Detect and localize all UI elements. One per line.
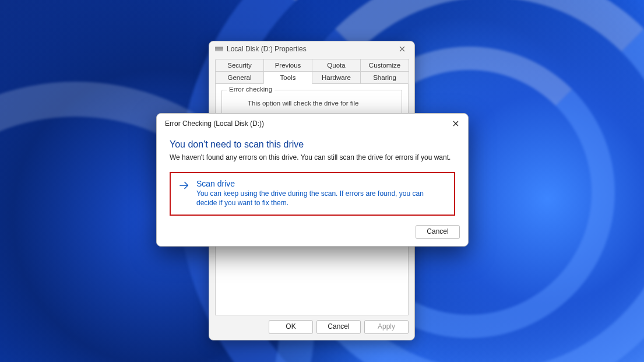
scan-drive-description: You can keep using the drive during the … [196,189,446,208]
close-icon [399,46,405,52]
error-checking-dialog: Error Checking (Local Disk (D:)) You don… [156,113,469,247]
ok-button[interactable]: OK [269,320,313,334]
tab-tools[interactable]: Tools [263,71,312,84]
close-icon [453,121,459,126]
tab-customize[interactable]: Customize [360,59,409,71]
group-description: This option will check the drive for fil… [248,100,396,107]
apply-button[interactable]: Apply [364,320,409,334]
properties-titlebar[interactable]: Local Disk (D:) Properties [209,41,414,57]
tab-general[interactable]: General [215,71,264,83]
dialog-heading: You don't need to scan this drive [170,139,455,150]
error-checking-title: Error Checking (Local Disk (D:)) [165,120,447,128]
scan-drive-title: Scan drive [196,179,446,188]
tab-previous-versions[interactable]: Previous Versions [263,59,312,71]
drive-icon [215,47,223,51]
group-title: Error checking [227,86,275,93]
error-checking-close-button[interactable] [447,117,464,131]
error-checking-group: Error checking This option will check th… [221,90,402,115]
properties-close-button[interactable] [393,43,411,55]
arrow-right-icon [179,180,189,191]
tab-security[interactable]: Security [215,59,264,71]
tab-quota[interactable]: Quota [312,59,361,71]
tab-sharing[interactable]: Sharing [360,71,409,83]
tab-hardware[interactable]: Hardware [312,71,361,83]
properties-title: Local Disk (D:) Properties [227,45,393,53]
scan-drive-option[interactable]: Scan drive You can keep using the drive … [170,172,455,216]
cancel-button[interactable]: Cancel [316,320,361,334]
dialog-subtext: We haven't found any errors on this driv… [170,153,455,161]
error-checking-titlebar[interactable]: Error Checking (Local Disk (D:)) [157,114,468,133]
error-checking-cancel-button[interactable]: Cancel [416,225,460,239]
